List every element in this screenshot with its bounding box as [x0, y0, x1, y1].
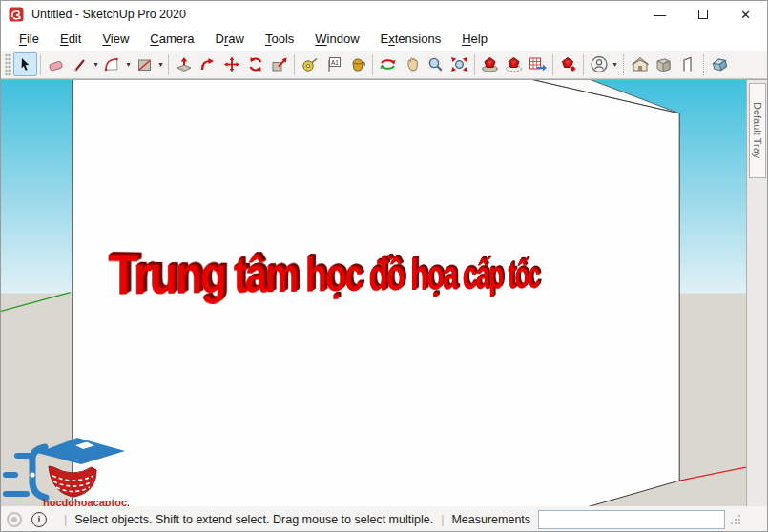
- account-caret-icon[interactable]: ▾: [611, 60, 619, 69]
- svg-text:A1: A1: [331, 59, 339, 66]
- line-tool-button[interactable]: [68, 52, 92, 76]
- menu-extensions[interactable]: Extensions: [370, 30, 452, 49]
- toolbar-separator: [294, 54, 295, 75]
- components-button[interactable]: [652, 52, 675, 76]
- eraser-icon: [48, 57, 65, 72]
- follow-me-tool-button[interactable]: [196, 52, 219, 76]
- extension-warehouse-gem-icon: [560, 56, 577, 72]
- watermark-site-text: hocdohoacaptoc.com: [43, 497, 129, 507]
- rotate-tool-button[interactable]: [243, 52, 267, 76]
- minimize-icon: —: [654, 8, 666, 22]
- arc-icon: [104, 57, 120, 72]
- toolbar-separator: [552, 54, 553, 75]
- resize-grip[interactable]: [731, 514, 741, 524]
- push-pull-icon: [176, 56, 193, 72]
- rectangle-icon: [136, 57, 153, 72]
- toolbar-separator: [40, 54, 41, 75]
- menu-tools[interactable]: Tools: [255, 30, 304, 49]
- tape-measure-tool-button[interactable]: [298, 52, 322, 76]
- components-box-icon: [654, 56, 673, 73]
- sketchup-logo-icon: [9, 7, 24, 22]
- modeling-viewport[interactable]: Trung tâm học đồ họa cấp tốc hocdohoa: [1, 80, 746, 506]
- close-button[interactable]: ✕: [724, 1, 767, 28]
- watermark-logo: hocdohoacaptoc.com: [1, 432, 129, 506]
- minimize-button[interactable]: —: [638, 1, 681, 28]
- getting-started-toolbar: ▾ ▾ ▾ A1: [1, 51, 767, 79]
- tray-strip: Default Tray: [746, 80, 767, 506]
- close-icon: ✕: [740, 8, 751, 22]
- menu-draw[interactable]: Draw: [205, 30, 255, 49]
- scale-tool-button[interactable]: [267, 52, 291, 76]
- orbit-icon: [379, 56, 397, 72]
- push-pull-tool-button[interactable]: [172, 52, 196, 76]
- zoom-extents-icon: [450, 56, 468, 72]
- follow-me-icon: [199, 57, 216, 72]
- door-icon: [682, 56, 693, 72]
- orbit-tool-button[interactable]: [376, 52, 400, 76]
- text-tool-button[interactable]: A1: [322, 52, 345, 76]
- status-separator: |: [64, 513, 67, 526]
- maximize-icon: [698, 10, 708, 19]
- menu-file[interactable]: File: [9, 30, 50, 49]
- warehouse-house-icon: [631, 56, 650, 73]
- arc-tool-caret-icon[interactable]: ▾: [124, 60, 133, 69]
- status-bar: i | Select objects. Shift to extend sele…: [1, 506, 767, 532]
- look-around-gem-icon: [505, 56, 523, 72]
- geolocation-icon[interactable]: [7, 512, 22, 527]
- maximize-button[interactable]: [681, 1, 724, 28]
- title-bar: Untitled - SketchUp Pro 2020 — ✕: [1, 1, 767, 28]
- section-box-button[interactable]: [708, 52, 732, 76]
- rotate-icon: [247, 56, 264, 72]
- pan-tool-button[interactable]: [400, 52, 424, 76]
- help-info-icon[interactable]: i: [31, 512, 47, 527]
- toolbar-separator: [372, 54, 373, 75]
- arc-tool-button[interactable]: [100, 52, 124, 76]
- move-icon: [223, 56, 240, 72]
- model-3d-text[interactable]: Trung tâm học đồ họa cấp tốc: [108, 247, 539, 303]
- default-tray-label: Default Tray: [752, 102, 763, 158]
- extension-warehouse-button[interactable]: [556, 52, 580, 76]
- sketchup-window: Untitled - SketchUp Pro 2020 — ✕ File Ed…: [0, 0, 768, 532]
- eraser-tool-button[interactable]: [44, 52, 68, 76]
- toolbar-separator: [168, 54, 169, 75]
- menu-bar: File Edit View Camera Draw Tools Window …: [1, 28, 767, 51]
- menu-window[interactable]: Window: [304, 30, 369, 49]
- toolbar-dotted-separator: [703, 54, 704, 75]
- paint-bucket-tool-button[interactable]: [345, 52, 369, 76]
- account-button[interactable]: [587, 52, 611, 76]
- door-tool-button[interactable]: [675, 52, 699, 76]
- zoom-tool-button[interactable]: [424, 52, 447, 76]
- zoom-icon: [427, 56, 444, 72]
- toolbar-grip[interactable]: [5, 53, 11, 76]
- paint-bucket-icon: [349, 56, 366, 72]
- toolbar-separator: [583, 54, 584, 75]
- status-separator: |: [441, 513, 444, 526]
- rectangle-tool-caret-icon[interactable]: ▾: [156, 60, 165, 69]
- toolbar-dotted-separator: [623, 54, 624, 75]
- menu-edit[interactable]: Edit: [50, 30, 92, 49]
- send-to-layout-button[interactable]: [526, 52, 550, 76]
- rectangle-tool-button[interactable]: [133, 52, 156, 76]
- menu-view[interactable]: View: [92, 30, 139, 49]
- pencil-icon: [73, 57, 88, 72]
- move-tool-button[interactable]: [219, 52, 243, 76]
- select-arrow-icon: [18, 57, 33, 72]
- default-tray-tab[interactable]: Default Tray: [749, 83, 766, 178]
- position-camera-button[interactable]: [478, 52, 502, 76]
- window-title: Untitled - SketchUp Pro 2020: [31, 8, 638, 21]
- measurements-label: Measurements: [451, 513, 530, 526]
- select-tool-button[interactable]: [13, 52, 37, 76]
- account-icon: [590, 55, 609, 73]
- measurements-input[interactable]: [538, 510, 725, 529]
- tape-measure-icon: [301, 56, 319, 72]
- main-area: Trung tâm học đồ họa cấp tốc hocdohoa: [1, 79, 767, 506]
- get-models-button[interactable]: [628, 52, 652, 76]
- line-tool-caret-icon[interactable]: ▾: [92, 60, 100, 69]
- position-camera-gem-icon: [481, 56, 499, 72]
- zoom-extents-tool-button[interactable]: [447, 52, 471, 76]
- status-message: Select objects. Shift to extend select. …: [74, 513, 433, 526]
- menu-camera[interactable]: Camera: [139, 30, 204, 49]
- menu-help[interactable]: Help: [451, 30, 498, 49]
- look-around-button[interactable]: [502, 52, 526, 76]
- send-to-layout-icon: [529, 56, 548, 72]
